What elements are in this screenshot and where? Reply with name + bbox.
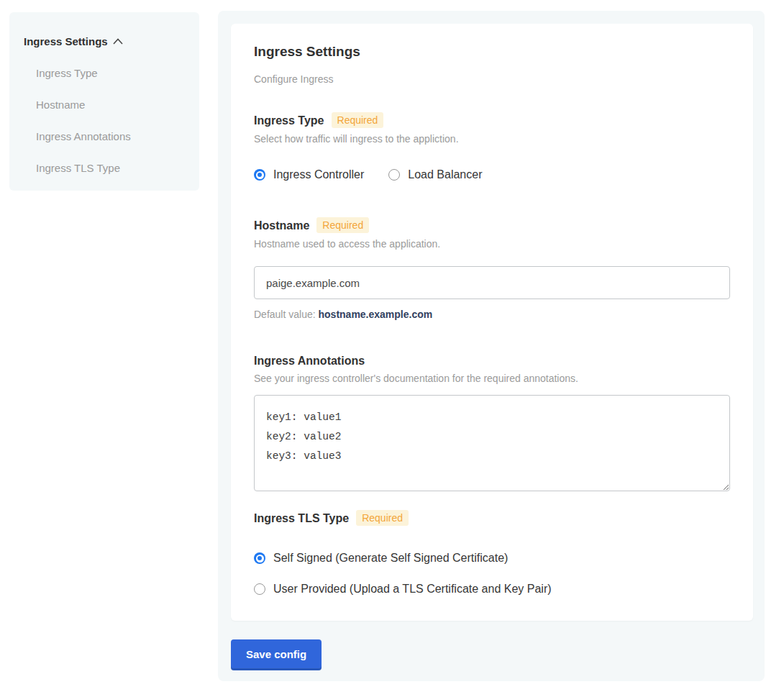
radio-option-self-signed[interactable]: Self Signed (Generate Self Signed Certif… [254,552,730,565]
hostname-label: Hostname [254,219,309,232]
tls-type-label: Ingress TLS Type [254,511,349,525]
hostname-help: Hostname used to access the application. [254,238,730,250]
radio-self-signed[interactable] [254,552,265,564]
annotations-textarea[interactable]: key1: value1 key2: value2 key3: value3 [254,395,730,491]
radio-label-self-signed: Self Signed (Generate Self Signed Certif… [273,552,508,565]
sidebar-item-ingress-type[interactable]: Ingress Type [36,67,199,79]
annotations-help: See your ingress controller's documentat… [254,373,730,384]
radio-user-provided[interactable] [254,583,265,595]
annotations-label: Ingress Annotations [254,354,365,368]
radio-option-user-provided[interactable]: User Provided (Upload a TLS Certificate … [254,583,730,596]
page-subtitle: Configure Ingress [254,73,730,85]
hostname-default-value: hostname.example.com [319,309,433,320]
chevron-up-icon [113,38,123,45]
radio-label-load-balancer: Load Balancer [408,168,482,181]
hostname-input[interactable] [254,266,730,299]
radio-option-load-balancer[interactable]: Load Balancer [388,168,482,181]
hostname-default-prefix: Default value: [254,309,319,320]
section-hostname: Hostname Required Hostname used to acces… [254,217,730,320]
page-title: Ingress Settings [254,43,730,60]
section-ingress-tls-type: Ingress TLS Type Required Self Signed (G… [254,510,730,596]
required-badge: Required [316,217,369,233]
ingress-settings-card: Ingress Settings Configure Ingress Ingre… [231,24,753,621]
sidebar-item-hostname[interactable]: Hostname [36,99,199,111]
hostname-default-line: Default value: hostname.example.com [254,309,730,320]
sidebar-item-ingress-tls-type[interactable]: Ingress TLS Type [36,162,199,174]
radio-ingress-controller[interactable] [254,169,265,181]
radio-load-balancer[interactable] [388,169,400,181]
sidebar-item-ingress-annotations[interactable]: Ingress Annotations [36,130,199,142]
radio-label-user-provided: User Provided (Upload a TLS Certificate … [273,583,552,596]
save-config-button[interactable]: Save config [231,639,322,668]
section-ingress-type: Ingress Type Required Select how traffic… [254,112,730,181]
sidebar-group-ingress-settings[interactable]: Ingress Settings [24,35,199,47]
radio-option-ingress-controller[interactable]: Ingress Controller [254,168,364,181]
required-badge: Required [332,112,384,128]
ingress-type-label: Ingress Type [254,114,324,127]
sidebar-group-label: Ingress Settings [24,35,108,47]
radio-label-ingress-controller: Ingress Controller [273,168,364,181]
required-badge: Required [356,510,409,526]
section-ingress-annotations: Ingress Annotations See your ingress con… [254,354,730,494]
ingress-type-help: Select how traffic will ingress to the a… [254,133,730,145]
config-nav-sidebar: Ingress Settings Ingress Type Hostname I… [9,12,199,191]
config-panel: Ingress Settings Configure Ingress Ingre… [218,11,765,681]
